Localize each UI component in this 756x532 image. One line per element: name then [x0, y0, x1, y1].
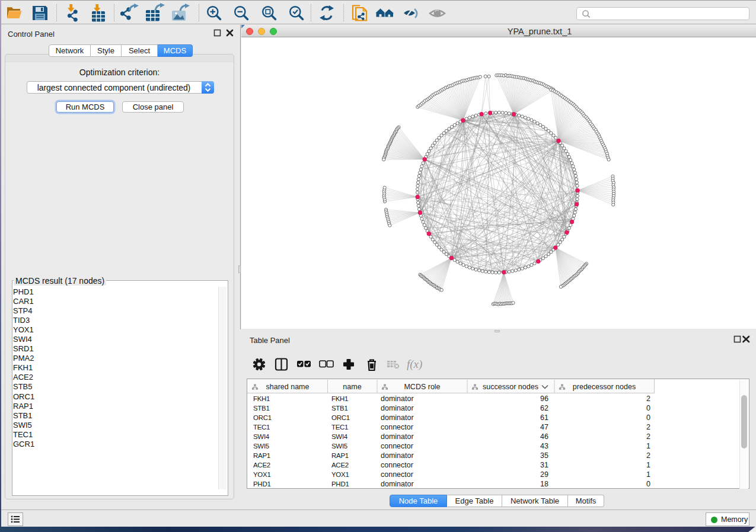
- svg-text:f(x): f(x): [407, 358, 422, 371]
- svg-text:shared name: shared name: [266, 383, 310, 391]
- svg-text:predecessor nodes: predecessor nodes: [573, 383, 636, 391]
- svg-text:MCDS role: MCDS role: [404, 383, 440, 391]
- svg-text:name: name: [343, 383, 361, 391]
- svg-text:successor nodes: successor nodes: [483, 383, 538, 391]
